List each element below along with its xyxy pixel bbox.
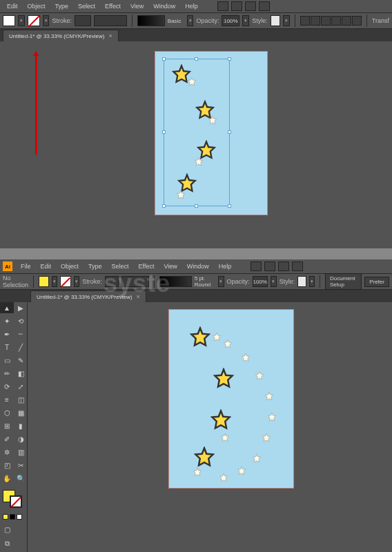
star-shape[interactable] bbox=[190, 326, 210, 347]
artboard[interactable] bbox=[168, 309, 294, 489]
align-icon[interactable] bbox=[352, 16, 362, 26]
direct-selection-tool[interactable]: ▶ bbox=[14, 302, 28, 313]
align-icon[interactable] bbox=[331, 16, 341, 26]
gradient-tool[interactable]: ▮ bbox=[14, 420, 28, 431]
star-shape-small[interactable] bbox=[264, 391, 274, 401]
menu-type[interactable]: Type bbox=[84, 262, 106, 271]
star-shape-small[interactable] bbox=[252, 453, 262, 463]
opacity-input[interactable]: 100% bbox=[253, 276, 268, 287]
stroke-dropdown[interactable]: ▾ bbox=[43, 15, 50, 26]
screen-mode-tool[interactable]: ▢ bbox=[0, 523, 14, 535]
align-icon[interactable] bbox=[342, 16, 351, 26]
style-dropdown[interactable]: ▾ bbox=[283, 15, 290, 26]
preferences-button[interactable]: Prefer bbox=[364, 277, 389, 287]
type-tool[interactable]: T bbox=[0, 342, 14, 353]
selection-handle[interactable] bbox=[162, 130, 166, 134]
workspace-icon[interactable] bbox=[251, 262, 262, 271]
workspace-icon-2[interactable] bbox=[231, 1, 242, 11]
stroke-weight-input[interactable] bbox=[105, 276, 119, 287]
sync-icon[interactable] bbox=[259, 1, 270, 11]
blend-tool[interactable]: ◑ bbox=[14, 433, 28, 444]
paintbrush-tool[interactable]: ✎ bbox=[14, 355, 28, 366]
fill-swatch[interactable] bbox=[39, 276, 49, 287]
star-shape-small[interactable] bbox=[194, 157, 204, 166]
selection-handle[interactable] bbox=[228, 204, 231, 208]
star-shape[interactable] bbox=[213, 368, 234, 388]
opacity-dropdown[interactable]: ▾ bbox=[271, 276, 277, 287]
pen-tool[interactable]: ✒ bbox=[0, 328, 14, 339]
brush-dropdown[interactable]: ▾ bbox=[218, 276, 224, 287]
column-graph-tool[interactable]: ▥ bbox=[14, 446, 28, 457]
mesh-tool[interactable]: ⊞ bbox=[0, 420, 14, 431]
star-shape-small[interactable] bbox=[241, 353, 251, 362]
color-mode-icon[interactable] bbox=[10, 514, 15, 520]
opacity-input[interactable]: 100% bbox=[222, 15, 239, 26]
style-dropdown[interactable]: ▾ bbox=[309, 276, 315, 287]
star-shape-small[interactable] bbox=[255, 371, 264, 380]
artboard-tool[interactable]: ◰ bbox=[0, 460, 14, 471]
star-shape-small[interactable] bbox=[262, 433, 271, 442]
stroke-weight-input[interactable] bbox=[75, 15, 91, 26]
curvature-tool[interactable]: ～ bbox=[14, 328, 28, 339]
selection-handle[interactable] bbox=[195, 57, 198, 61]
brush-preview[interactable] bbox=[137, 15, 165, 26]
star-shape-small[interactable] bbox=[220, 433, 230, 442]
stroke-swatch[interactable] bbox=[60, 276, 70, 287]
star-shape-small[interactable] bbox=[212, 332, 222, 342]
menu-window[interactable]: Window bbox=[183, 262, 213, 271]
align-icon[interactable] bbox=[300, 16, 310, 26]
star-shape[interactable] bbox=[194, 446, 215, 467]
star-shape-small[interactable] bbox=[237, 466, 246, 475]
fill-stroke-control[interactable] bbox=[0, 489, 28, 511]
star-shape-small[interactable] bbox=[187, 77, 197, 86]
lasso-tool[interactable]: ⟲ bbox=[14, 315, 28, 326]
change-screen-mode[interactable]: ⧉ bbox=[0, 538, 14, 550]
menu-select[interactable]: Select bbox=[74, 1, 99, 11]
line-tool[interactable]: ╱ bbox=[14, 342, 28, 353]
width-tool[interactable]: ≡ bbox=[0, 394, 14, 405]
menu-window[interactable]: Window bbox=[149, 1, 179, 11]
rotate-tool[interactable]: ⟳ bbox=[0, 381, 14, 392]
fill-dropdown[interactable]: ▾ bbox=[18, 15, 25, 26]
close-icon[interactable]: × bbox=[136, 293, 139, 300]
canvas-workspace[interactable]: ▲ ▶ ✦ ⟲ ✒ ～ T ╱ ▭ ✎ ✏ ◧ ⟳ ⤢ ≡ ◫ ⬡ ▦ ⊞ ▮ … bbox=[0, 302, 392, 552]
star-shape-small[interactable] bbox=[208, 115, 217, 125]
rectangle-tool[interactable]: ▭ bbox=[0, 355, 14, 366]
eyedropper-tool[interactable]: ✐ bbox=[0, 433, 14, 444]
perspective-tool[interactable]: ▦ bbox=[14, 407, 28, 418]
fill-dropdown[interactable]: ▾ bbox=[52, 276, 58, 287]
menu-object[interactable]: Object bbox=[57, 262, 83, 271]
menu-view[interactable]: View bbox=[159, 262, 181, 271]
arrange-icon[interactable] bbox=[278, 262, 289, 271]
stroke-swatch[interactable] bbox=[28, 15, 40, 26]
magic-wand-tool[interactable]: ✦ bbox=[0, 315, 14, 326]
style-swatch[interactable] bbox=[297, 276, 306, 287]
symbol-sprayer-tool[interactable]: ✲ bbox=[0, 446, 14, 457]
fill-swatch[interactable] bbox=[3, 15, 15, 26]
arrange-icon[interactable] bbox=[245, 1, 256, 11]
hand-tool[interactable]: ✋ bbox=[0, 473, 14, 484]
selection-handle[interactable] bbox=[162, 204, 166, 208]
brush-dropdown[interactable]: ▾ bbox=[187, 15, 194, 26]
menu-select[interactable]: Select bbox=[108, 262, 133, 271]
menu-edit[interactable]: Edit bbox=[3, 1, 22, 11]
star-shape-small[interactable] bbox=[223, 339, 233, 348]
workspace-icon[interactable] bbox=[217, 1, 228, 11]
selection-handle[interactable] bbox=[162, 57, 166, 61]
star-shape-small[interactable] bbox=[193, 467, 202, 477]
transform-button[interactable]: Transf bbox=[372, 17, 389, 24]
menu-view[interactable]: View bbox=[126, 1, 148, 11]
slice-tool[interactable]: ✂ bbox=[14, 460, 28, 471]
menu-effect[interactable]: Effect bbox=[135, 262, 159, 271]
selection-handle[interactable] bbox=[195, 204, 198, 208]
document-tab[interactable]: Untitled-1* @ 33.33% (CMYK/Preview) × bbox=[30, 290, 146, 302]
color-mode-icon[interactable] bbox=[3, 514, 8, 520]
document-tab[interactable]: Untitled-1* @ 33.33% (CMYK/Preview) × bbox=[3, 30, 119, 41]
align-icon[interactable] bbox=[321, 16, 331, 26]
pencil-tool[interactable]: ✏ bbox=[0, 368, 14, 379]
zoom-tool[interactable]: 🔍 bbox=[14, 473, 28, 484]
close-icon[interactable]: × bbox=[108, 32, 112, 39]
brush-preview[interactable] bbox=[159, 276, 192, 287]
stroke-profile[interactable] bbox=[121, 276, 149, 287]
star-shape-small[interactable] bbox=[219, 473, 228, 482]
